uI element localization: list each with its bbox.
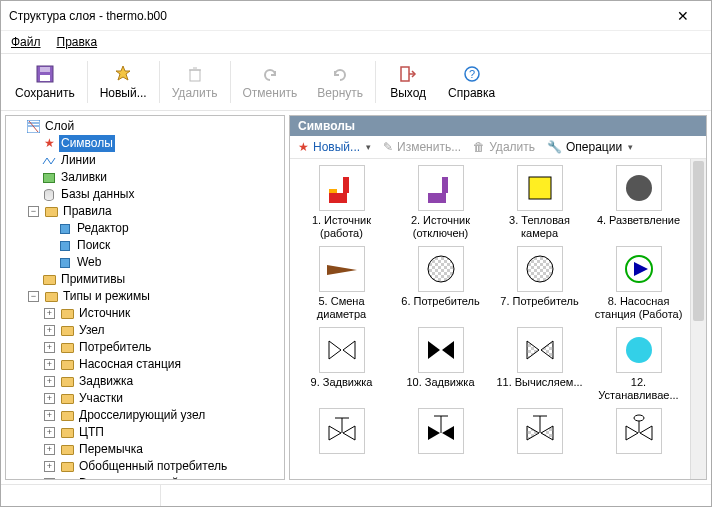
tree-rules-web[interactable]: Web xyxy=(42,254,282,271)
menu-edit[interactable]: Правка xyxy=(53,33,102,51)
symbol-item[interactable]: 5. Смена диаметра xyxy=(294,246,389,321)
symbol-thumbnail xyxy=(418,165,464,211)
tree-rules[interactable]: −Правила xyxy=(26,203,282,220)
wrench-icon: 🔧 xyxy=(547,140,562,154)
trash-icon: 🗑 xyxy=(473,140,485,154)
panel-new-button[interactable]: ★Новый... xyxy=(298,140,371,154)
tree-type-item[interactable]: +Участки xyxy=(42,390,282,407)
tree-panel[interactable]: Слой ★Символы Линии Заливки Базы данных … xyxy=(5,115,285,480)
svg-rect-19 xyxy=(442,177,448,193)
symbol-item[interactable]: 9. Задвижка xyxy=(294,327,389,402)
symbol-item[interactable]: 2. Источник (отключен) xyxy=(393,165,488,240)
redo-button: Вернуть xyxy=(307,56,373,108)
folder-icon xyxy=(60,358,74,372)
tree-databases[interactable]: Базы данных xyxy=(26,186,282,203)
tree-lines[interactable]: Линии xyxy=(26,152,282,169)
svg-rect-15 xyxy=(329,193,347,203)
tree-type-item[interactable]: +Обобщенный потребитель xyxy=(42,458,282,475)
tree-type-item[interactable]: +Потребитель xyxy=(42,339,282,356)
tree-symbols[interactable]: ★Символы xyxy=(26,135,282,152)
panel-toolbar: ★Новый... ✎Изменить... 🗑Удалить 🔧Операци… xyxy=(290,136,706,159)
collapse-icon[interactable]: − xyxy=(28,291,39,302)
svg-marker-59 xyxy=(640,426,652,440)
tree-root[interactable]: Слой xyxy=(10,118,282,135)
exit-button[interactable]: Выход xyxy=(378,56,438,108)
tree-type-item[interactable]: +Вспомогательный участок xyxy=(42,475,282,480)
tree-type-item[interactable]: +Задвижка xyxy=(42,373,282,390)
folder-icon xyxy=(44,290,58,304)
tree-rules-search[interactable]: Поиск xyxy=(42,237,282,254)
symbol-item[interactable] xyxy=(591,408,686,454)
symbol-item[interactable]: 6. Потребитель xyxy=(393,246,488,321)
tree-type-item[interactable]: +Дросселирующий узел xyxy=(42,407,282,424)
expand-icon[interactable]: + xyxy=(44,444,55,455)
expand-icon[interactable]: + xyxy=(44,410,55,421)
tree-fills[interactable]: Заливки xyxy=(26,169,282,186)
symbol-item[interactable]: 4. Разветвление xyxy=(591,165,686,240)
symbol-thumbnail xyxy=(616,165,662,211)
svg-marker-47 xyxy=(428,426,440,440)
tree-item-label: Участки xyxy=(77,390,125,407)
cube-icon xyxy=(58,256,72,270)
tree-type-item[interactable]: +ЦТП xyxy=(42,424,282,441)
tree-type-item[interactable]: +Перемычка xyxy=(42,441,282,458)
new-button[interactable]: Новый... xyxy=(90,56,157,108)
tree-type-item[interactable]: +Источник xyxy=(42,305,282,322)
symbol-item[interactable]: 8. Насосная станция (Работа) xyxy=(591,246,686,321)
main-toolbar: Сохранить Новый... Удалить Отменить Верн… xyxy=(1,53,711,111)
tree-item-label: Узел xyxy=(77,322,107,339)
symbol-thumbnail xyxy=(517,165,563,211)
symbol-item[interactable]: 10. Задвижка xyxy=(393,327,488,402)
svg-marker-33 xyxy=(329,341,341,359)
star-icon: ★ xyxy=(298,140,309,154)
expand-icon[interactable]: + xyxy=(44,376,55,387)
folder-icon xyxy=(42,273,56,287)
tree-type-item[interactable]: +Узел xyxy=(42,322,282,339)
close-button[interactable]: ✕ xyxy=(663,8,703,24)
window-title: Структура слоя - thermo.b00 xyxy=(9,9,663,23)
symbol-item[interactable]: 1. Источник (работа) xyxy=(294,165,389,240)
symbol-label: 2. Источник (отключен) xyxy=(396,214,486,240)
symbol-item[interactable]: 11. Вычисляем... xyxy=(492,327,587,402)
expand-icon[interactable]: + xyxy=(44,478,55,480)
symbol-label: 11. Вычисляем... xyxy=(496,376,582,389)
scrollbar[interactable] xyxy=(690,159,706,479)
svg-marker-34 xyxy=(343,341,355,359)
tree-item-label: Дросселирующий узел xyxy=(77,407,207,424)
svg-rect-7 xyxy=(401,67,409,81)
tree-rules-editor[interactable]: Редактор xyxy=(42,220,282,237)
expand-icon[interactable]: + xyxy=(44,342,55,353)
menu-file[interactable]: Файл xyxy=(7,33,45,51)
tree-type-item[interactable]: +Насосная станция xyxy=(42,356,282,373)
tree-primitives[interactable]: Примитивы xyxy=(26,271,282,288)
symbol-thumbnail xyxy=(319,165,365,211)
save-button[interactable]: Сохранить xyxy=(5,56,85,108)
expand-icon[interactable]: + xyxy=(44,461,55,472)
svg-point-26 xyxy=(428,256,454,282)
symbol-label: 1. Источник (работа) xyxy=(297,214,387,240)
symbols-grid[interactable]: 1. Источник (работа)2. Источник (отключе… xyxy=(290,159,690,479)
symbol-item[interactable]: 12. Устанавливае... xyxy=(591,327,686,402)
svg-text:?: ? xyxy=(469,68,475,80)
symbol-item[interactable]: 3. Тепловая камера xyxy=(492,165,587,240)
symbol-item[interactable] xyxy=(294,408,389,454)
symbol-label: 4. Разветвление xyxy=(597,214,680,227)
symbol-item[interactable]: 7. Потребитель xyxy=(492,246,587,321)
expand-icon[interactable]: + xyxy=(44,359,55,370)
expand-icon[interactable]: + xyxy=(44,325,55,336)
help-button[interactable]: ? Справка xyxy=(438,56,505,108)
expand-icon[interactable]: + xyxy=(44,308,55,319)
symbols-grid-wrap: 1. Источник (работа)2. Источник (отключе… xyxy=(290,159,706,479)
body: Слой ★Символы Линии Заливки Базы данных … xyxy=(1,111,711,484)
expand-icon[interactable]: + xyxy=(44,393,55,404)
symbol-label: 3. Тепловая камера xyxy=(495,214,585,240)
symbol-item[interactable] xyxy=(393,408,488,454)
tree-types[interactable]: −Типы и режимы xyxy=(26,288,282,305)
symbol-item[interactable] xyxy=(492,408,587,454)
panel-ops-button[interactable]: 🔧Операции xyxy=(547,140,633,154)
svg-rect-20 xyxy=(529,177,551,199)
collapse-icon[interactable]: − xyxy=(28,206,39,217)
cube-icon xyxy=(58,239,72,253)
scrollbar-thumb[interactable] xyxy=(693,161,704,321)
expand-icon[interactable]: + xyxy=(44,427,55,438)
